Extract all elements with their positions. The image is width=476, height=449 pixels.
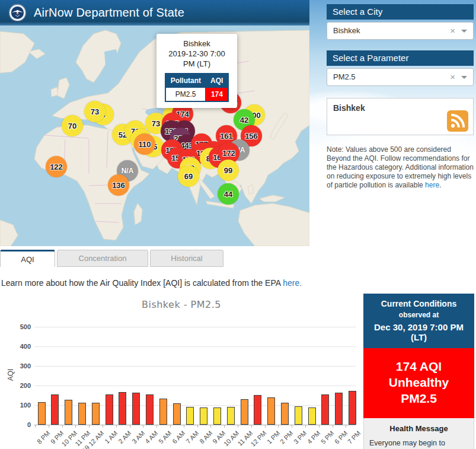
- aqi-marker[interactable]: 70: [62, 115, 83, 136]
- y-tick-label: 100: [11, 402, 31, 409]
- aqi-marker[interactable]: 73: [84, 101, 106, 122]
- chevron-down-icon[interactable]: [461, 30, 467, 33]
- page: AirNow Department of State Select a City…: [0, 0, 476, 449]
- current-conditions-panel: Current Conditions observed at Dec 30, 2…: [363, 294, 474, 449]
- aqi-bar: [38, 402, 46, 425]
- aqi-marker[interactable]: 44: [218, 183, 239, 205]
- x-tick-mark: [184, 425, 184, 428]
- city-select[interactable]: Bishkek ×: [327, 22, 474, 40]
- health-message-block: Health Message Everyone may begin to exp…: [363, 418, 474, 449]
- x-tick-mark: [319, 425, 320, 428]
- x-tick-mark: [49, 425, 49, 428]
- x-tick-label: 1 PM: [265, 429, 281, 445]
- popup-col-pollutant: Pollutant: [165, 74, 206, 88]
- tab-historical[interactable]: Historical: [150, 250, 223, 267]
- chevron-down-icon[interactable]: [461, 76, 467, 79]
- learn-more-here-link[interactable]: here.: [283, 278, 302, 288]
- x-tick-label: 1 AM: [103, 429, 119, 445]
- popup-pollutant-value: PM2.5: [165, 88, 206, 102]
- rss-feed-icon[interactable]: [447, 110, 468, 132]
- aqi-marker[interactable]: 69: [178, 165, 199, 187]
- feed-city-label: Bishkek: [333, 103, 365, 113]
- x-tick-label: 3 AM: [130, 429, 146, 445]
- y-tick-label: 200: [11, 382, 31, 389]
- beyond-aqi-note: Note: Values above 500 are considered Be…: [327, 145, 476, 190]
- aqi-marker[interactable]: 122: [46, 156, 67, 177]
- popup-date-line2: PM (LT): [160, 59, 234, 69]
- x-tick-mark: [265, 425, 266, 428]
- x-tick-mark: [278, 425, 279, 428]
- aqi-chart: Bishkek - PM2.5 AQI 01002003004005008 PM…: [0, 291, 363, 449]
- x-tick-mark: [251, 425, 252, 428]
- x-tick-mark: [35, 425, 36, 428]
- observed-at-label: observed at: [367, 311, 471, 319]
- x-tick-mark: [305, 425, 306, 428]
- aqi-marker[interactable]: 99: [218, 160, 239, 181]
- aqi-bar: [173, 403, 181, 425]
- gridline: [34, 366, 356, 367]
- x-tick-mark: [62, 425, 63, 428]
- gridline: [34, 346, 356, 347]
- y-tick-label: 300: [11, 362, 31, 370]
- health-message-body: Everyone may begin to experience health …: [369, 438, 468, 449]
- x-tick-label: 6 PM: [333, 429, 349, 445]
- x-tick-label: 3 PM: [292, 429, 308, 445]
- world-map[interactable]: 573707352718595110122N/A1367917416641136…: [0, 26, 309, 246]
- x-tick-mark: [197, 425, 198, 428]
- map-popup: Bishkek 2019-12-30 7:00 PM (LT) Pollutan…: [156, 34, 237, 108]
- x-tick-mark: [238, 425, 238, 428]
- x-tick-label: 2 PM: [279, 429, 295, 445]
- x-tick-mark: [103, 425, 103, 428]
- y-tick-label: 400: [11, 343, 31, 350]
- app-title: AirNow Department of State: [34, 6, 184, 20]
- x-tick-label: 7 AM: [184, 429, 200, 445]
- aqi-bar: [65, 400, 72, 425]
- aqi-bar: [78, 403, 86, 425]
- aqi-bar: [308, 407, 316, 425]
- aqi-bar: [295, 406, 302, 425]
- sidebar: Select a City Bishkek × Select a Paramet…: [309, 0, 476, 248]
- x-tick-mark: [116, 425, 117, 428]
- health-message-title: Health Message: [369, 424, 468, 433]
- gridline: [34, 425, 356, 425]
- aqi-value-line: 174 AQI: [366, 358, 472, 374]
- x-tick-label: 8 PM: [36, 429, 52, 445]
- tab-aqi[interactable]: AQI: [0, 250, 55, 267]
- x-tick-label: 2 AM: [117, 429, 132, 445]
- tab-concentration[interactable]: Concentration: [57, 250, 148, 267]
- aqi-summary-block: 174 AQI Unhealthy PM2.5: [363, 348, 474, 418]
- aqi-bar: [132, 393, 140, 425]
- clear-city-icon[interactable]: ×: [450, 23, 455, 39]
- aqi-marker[interactable]: 136: [108, 174, 129, 196]
- aqi-bar: [227, 407, 235, 425]
- aqi-bar: [335, 393, 343, 425]
- aqi-marker[interactable]: 110: [134, 133, 155, 155]
- x-tick-label: 4 PM: [306, 429, 322, 445]
- note-here-link[interactable]: here: [425, 181, 439, 189]
- popup-col-aqi: AQI: [206, 74, 228, 88]
- x-tick-mark: [224, 425, 225, 428]
- current-conditions-header: Current Conditions observed at Dec 30, 2…: [363, 294, 474, 348]
- y-tick-label: 500: [11, 323, 31, 330]
- x-tick-label: 4 AM: [144, 429, 159, 445]
- current-conditions-title: Current Conditions: [367, 299, 471, 308]
- y-axis-label: AQI: [7, 369, 15, 381]
- x-tick-mark: [156, 425, 157, 428]
- aqi-bar: [186, 407, 194, 425]
- x-tick-label: 7 PM: [346, 429, 362, 445]
- x-tick-mark: [333, 425, 333, 428]
- popup-aqi-value: 174: [206, 88, 228, 102]
- aqi-bar: [200, 407, 207, 425]
- parameter-select-value: PM2.5: [333, 72, 356, 81]
- x-tick-mark: [75, 425, 76, 428]
- x-tick-label: 5 PM: [320, 429, 336, 445]
- x-tick-mark: [292, 425, 292, 428]
- x-tick-label: 6 AM: [171, 429, 186, 445]
- aqi-bar: [51, 394, 59, 425]
- aqi-bar: [159, 399, 167, 425]
- x-tick-label: 8 AM: [198, 429, 213, 445]
- gridline: [34, 327, 356, 327]
- city-select-value: Bishkek: [333, 26, 360, 35]
- parameter-select[interactable]: PM2.5 ×: [327, 68, 474, 86]
- clear-parameter-icon[interactable]: ×: [450, 69, 455, 85]
